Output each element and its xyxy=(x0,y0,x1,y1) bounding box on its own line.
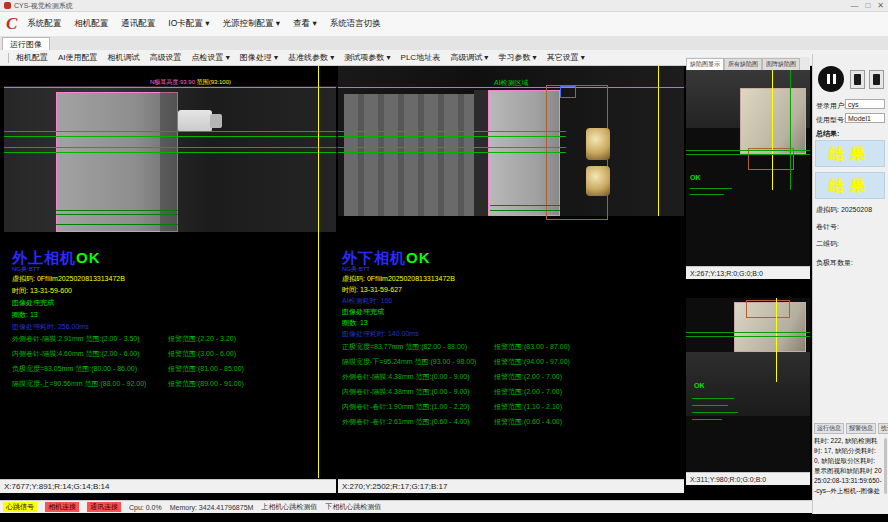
thumb2-green-line xyxy=(686,336,810,337)
tool-advanced-settings[interactable]: 高级设置 xyxy=(150,52,182,63)
menu-system-config[interactable]: 系统配置 xyxy=(27,18,61,30)
camera-connect-badge: 相机连接 xyxy=(45,502,79,512)
left-virtual-code: 虚拟码: 0FfIiim2025020813313472B xyxy=(12,273,125,285)
tab-area-defects[interactable]: 面阵缺陷图 xyxy=(762,58,800,70)
upper-camera-toggle-button[interactable] xyxy=(850,70,865,89)
thumb2-text-line xyxy=(692,419,722,420)
title-bar: CYS-视觉检测系统 — □ ✕ xyxy=(0,0,888,12)
left-cell-shadow xyxy=(160,92,178,232)
measurement-alarm: 报警范围:(89.00 - 91.00) xyxy=(168,379,244,389)
thumb1-orange-rect xyxy=(748,148,794,170)
result-badge-upper: 结果 xyxy=(815,140,885,167)
menu-comm-config[interactable]: 通讯配置 xyxy=(121,18,155,30)
virtual-code-line: 虚拟码: 20250208 xyxy=(816,205,872,215)
thumb2-ok-label: OK xyxy=(694,382,705,389)
pause-button[interactable] xyxy=(818,66,844,92)
maximize-button[interactable]: □ xyxy=(865,1,870,11)
middle-camera-name: 外下相机 xyxy=(342,249,406,266)
thumbnail-lower-camera[interactable]: OK xyxy=(686,298,810,472)
tab-run-info[interactable]: 运行信息 xyxy=(814,423,844,434)
tool-ai-config[interactable]: AI使用配置 xyxy=(58,52,98,63)
comm-connect-badge: 通讯连接 xyxy=(87,502,121,512)
lower-camera-toggle-button[interactable] xyxy=(869,70,884,89)
thumb1-cell xyxy=(740,88,806,154)
tool-camera-debug[interactable]: 相机调试 xyxy=(108,52,140,63)
left-guide-line xyxy=(4,131,336,132)
neg-tab-count-label: 负极耳数量: xyxy=(816,258,853,268)
tool-image-processing[interactable]: 图像处理 ▾ xyxy=(240,52,278,63)
left-guide-line xyxy=(56,224,178,225)
status-bar: 心跳信号 相机连接 通讯连接 Cpu: 0.0% Memory: 3424.41… xyxy=(0,500,812,513)
thumb2-yellow-line xyxy=(776,298,777,382)
measurement-row: 外侧卷针-隔膜:4.38mm 范围:(0.00 - 9.00) 报警范围:(2.… xyxy=(342,372,678,387)
left-ng-class: NG类:BTT xyxy=(12,265,125,273)
middle-ai-region-label: AI检测区域 xyxy=(494,78,529,88)
thumb2-coords: X:311;Y:980;R:0;G:0;B:0 xyxy=(690,476,766,483)
measurement-row: 内侧卷针-隔膜:4.38mm 范围:(0.00 - 9.00) 报警范围:(2.… xyxy=(342,387,678,402)
middle-blue-rect xyxy=(560,86,576,98)
app-logo-icon: C xyxy=(6,14,17,34)
middle-measurements: 正极宽度=83.77mm 范围:(82.00 - 88.00) 报警范围:(83… xyxy=(342,342,678,432)
thumb2-text-line xyxy=(692,405,728,406)
annotation-value: N极耳高度:93.90 xyxy=(150,79,197,85)
middle-guide-line xyxy=(490,205,560,206)
tab-row: 运行图像 xyxy=(0,36,888,51)
tool-other-settings[interactable]: 其它设置 ▾ xyxy=(547,52,585,63)
tool-advanced-debug[interactable]: 高级调试 ▾ xyxy=(450,52,488,63)
login-user-label: 登录用户: xyxy=(816,101,846,111)
left-guide-line xyxy=(4,147,336,148)
close-button[interactable]: ✕ xyxy=(877,1,884,11)
thumbnail-upper-camera[interactable]: OK xyxy=(686,70,810,266)
camera-icon xyxy=(854,74,861,85)
measurement-row: 内侧卷针-卷针:1.90mm 范围:(1.00 - 2.20) 报警范围:(1.… xyxy=(342,402,678,417)
menu-camera-config[interactable]: 相机配置 xyxy=(74,18,108,30)
thumb1-text-line xyxy=(690,188,732,189)
tool-test-params[interactable]: 测试项参数 ▾ xyxy=(344,52,390,63)
tool-baseline-params[interactable]: 基准线参数 ▾ xyxy=(288,52,334,63)
measurement-value: 内侧卷针-隔膜:4.38mm 范围:(0.00 - 9.00) xyxy=(342,388,470,395)
middle-pixel-coords: X:270;Y:2502;R:17;G:17;B:17 xyxy=(342,482,447,491)
middle-process-done: 图像处理完成 xyxy=(342,306,455,317)
tool-camera-config[interactable]: 相机配置 xyxy=(16,52,48,63)
lower-camera-heartbeat: 下相机心跳检测值 xyxy=(325,502,381,512)
left-guide-line xyxy=(56,214,178,215)
info-scrollbar[interactable] xyxy=(884,438,887,494)
menu-io-config[interactable]: IO卡配置 ▾ xyxy=(168,18,209,30)
middle-virtual-code: 虚拟码: 0FfIiim2025020813313472B xyxy=(342,273,455,284)
measurement-alarm: 报警范围:(3.00 - 6.00) xyxy=(168,349,236,359)
thumb1-green-line xyxy=(686,154,810,155)
measurement-row: 隔膜宽度-上=90.56mm 范围:(88.00 - 92.00) 报警范围:(… xyxy=(12,379,332,394)
menu-light-config[interactable]: 光源控制配置 ▾ xyxy=(222,18,280,30)
thumb1-green-vline xyxy=(790,70,791,190)
thumb2-machine xyxy=(686,352,810,416)
left-tab-height-annotation: N极耳高度:93.90 范围(93:100) xyxy=(150,79,231,86)
bottom-filler xyxy=(0,513,812,522)
cpu-usage: Cpu: 0.0% xyxy=(129,504,162,511)
measurement-row: 负极宽度=83.05mm 范围:(80.00 - 86.00) 报警范围:(81… xyxy=(12,364,332,379)
tab-defect-display[interactable]: 缺陷图显示 xyxy=(686,58,724,70)
info-tabs: 运行信息 报警信息 统计信息 xyxy=(814,423,888,434)
tab-stats-info[interactable]: 统计信息 xyxy=(878,423,888,434)
menu-language-switch[interactable]: 系统语言切换 xyxy=(330,18,381,30)
upper-camera-heartbeat: 上相机心跳检测值 xyxy=(261,502,317,512)
model-input[interactable]: Model1 xyxy=(845,113,885,123)
thumb2-coords-strip: X:311;Y:980;R:0;G:0;B:0 xyxy=(686,472,810,485)
left-pixel-coords: X:7677;Y:891;R:14;G:14;B:14 xyxy=(4,482,109,491)
middle-pixel-coords-strip: X:270;Y:2502;R:17;G:17;B:17 xyxy=(338,479,684,493)
middle-yellow-cursor-line xyxy=(658,66,659,216)
measurement-value: 外侧卷针-隔膜:2.91mm 范围:(2.00 - 3.50) xyxy=(12,335,140,342)
tool-plc-address[interactable]: PLC地址表 xyxy=(401,52,441,63)
tool-learn-params[interactable]: 学习参数 ▾ xyxy=(498,52,536,63)
menu-bar: C 系统配置 相机配置 通讯配置 IO卡配置 ▾ 光源控制配置 ▾ 查看 ▾ 系… xyxy=(0,12,888,37)
tab-alarm-info[interactable]: 报警信息 xyxy=(846,423,876,434)
measurement-value: 隔膜宽度-上=90.56mm 范围:(88.00 - 92.00) xyxy=(12,380,146,387)
pause-icon xyxy=(833,74,836,84)
menu-view[interactable]: 查看 ▾ xyxy=(293,18,317,30)
thumb1-green-line xyxy=(686,150,810,151)
tab-all-defects[interactable]: 所有缺陷图 xyxy=(724,58,762,70)
toolbar-separator xyxy=(8,53,9,63)
tool-spot-check[interactable]: 点检设置 ▾ xyxy=(192,52,230,63)
annotation-range: 范围(93:100) xyxy=(197,79,231,85)
app-icon xyxy=(4,2,11,9)
minimize-button[interactable]: — xyxy=(850,1,858,11)
